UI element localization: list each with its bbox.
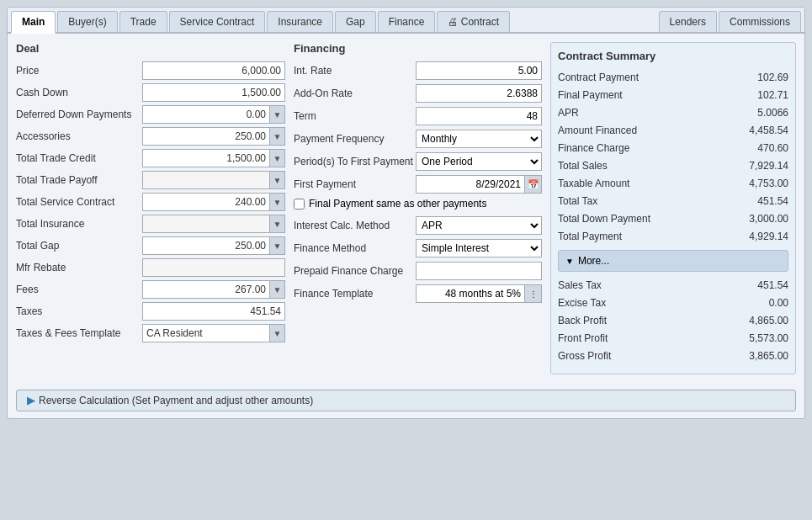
final-payment-checkbox[interactable] bbox=[294, 199, 305, 210]
taxes-fees-input[interactable] bbox=[142, 324, 270, 342]
deal-title: Deal bbox=[16, 42, 285, 55]
summary-value-8: 3,000.00 bbox=[749, 213, 788, 225]
summary-label-7: Total Tax bbox=[558, 195, 597, 207]
deal-field-input-11[interactable] bbox=[142, 302, 285, 321]
financing-panel: Financing Int. Rate Add-On Rate Term bbox=[294, 42, 542, 374]
more-item-row-2: Back Profit4,865.00 bbox=[558, 314, 788, 327]
payment-freq-row: Payment Frequency Monthly Weekly Bi-Week… bbox=[294, 130, 542, 148]
deal-field-input-wrap-4: ▼ bbox=[142, 149, 285, 167]
finance-template-label: Finance Template bbox=[294, 288, 416, 300]
deal-field-icon-3[interactable]: ▼ bbox=[270, 127, 285, 146]
first-payment-input[interactable] bbox=[416, 175, 525, 194]
calendar-icon[interactable]: 📅 bbox=[525, 175, 542, 194]
summary-value-5: 7,929.14 bbox=[749, 160, 788, 172]
prepaid-input-wrap bbox=[416, 262, 542, 280]
deal-field-label-11: Taxes bbox=[16, 305, 142, 317]
deal-field-row-9: Mfr Rebate bbox=[16, 258, 285, 277]
taxes-fees-icon[interactable]: ▼ bbox=[270, 324, 285, 342]
deal-field-icon-7[interactable]: ▼ bbox=[270, 215, 285, 233]
term-input[interactable] bbox=[416, 107, 542, 125]
deal-field-input-3[interactable] bbox=[142, 127, 270, 146]
deal-panel: Deal PriceCash DownDeferred Down Payment… bbox=[16, 42, 285, 374]
deal-field-input-wrap-6: ▼ bbox=[142, 193, 285, 211]
tab-trade[interactable]: Trade bbox=[119, 11, 167, 32]
more-item-value-1: 0.00 bbox=[769, 297, 788, 309]
term-row: Term bbox=[294, 107, 542, 125]
deal-field-icon-5[interactable]: ▼ bbox=[270, 171, 285, 189]
more-item-value-2: 4,865.00 bbox=[749, 315, 788, 326]
more-section[interactable]: ▼ More... bbox=[558, 250, 788, 272]
reverse-btn-label: Reverse Calculation (Set Payment and adj… bbox=[39, 395, 313, 406]
deal-field-input-5[interactable] bbox=[142, 171, 270, 189]
summary-title: Contract Summary bbox=[558, 50, 788, 62]
summary-row-5: Total Sales7,929.14 bbox=[558, 159, 788, 172]
deal-field-input-10[interactable] bbox=[142, 280, 270, 299]
deal-field-input-1[interactable] bbox=[142, 83, 285, 102]
tab-lenders[interactable]: Lenders bbox=[659, 11, 717, 32]
deal-field-icon-4[interactable]: ▼ bbox=[270, 149, 285, 167]
tab-main[interactable]: Main bbox=[11, 11, 56, 34]
deal-field-input-8[interactable] bbox=[142, 236, 270, 255]
deal-field-row-4: Total Trade Credit▼ bbox=[16, 149, 285, 167]
deal-field-icon-10[interactable]: ▼ bbox=[270, 280, 285, 299]
int-rate-input[interactable] bbox=[416, 61, 542, 80]
deal-field-icon-6[interactable]: ▼ bbox=[270, 193, 285, 211]
tab-finance[interactable]: Finance bbox=[378, 11, 436, 32]
interest-calc-label: Interest Calc. Method bbox=[294, 220, 416, 231]
interest-calc-input-wrap: APR Simple Interest bbox=[416, 216, 542, 235]
periods-first-select[interactable]: One Period Two Periods None bbox=[416, 152, 542, 171]
deal-field-input-6[interactable] bbox=[142, 193, 270, 211]
reverse-calc-button[interactable]: ▶ Reverse Calculation (Set Payment and a… bbox=[16, 390, 796, 411]
summary-label-1: Final Payment bbox=[558, 89, 623, 101]
add-on-rate-input[interactable] bbox=[416, 84, 542, 103]
deal-field-input-4[interactable] bbox=[142, 149, 270, 167]
deal-field-row-0: Price bbox=[16, 61, 285, 80]
deal-field-label-10: Fees bbox=[16, 284, 142, 295]
deal-field-input-wrap-11 bbox=[142, 302, 285, 321]
more-item-label-4: Gross Profit bbox=[558, 350, 611, 362]
int-rate-label: Int. Rate bbox=[294, 65, 416, 77]
tab-commissions[interactable]: Commissions bbox=[719, 11, 801, 32]
tab-gap[interactable]: Gap bbox=[335, 11, 376, 32]
deal-field-label-8: Total Gap bbox=[16, 240, 142, 252]
deal-field-input-0[interactable] bbox=[142, 61, 285, 80]
deal-field-input-2[interactable] bbox=[142, 105, 270, 124]
tab-contract[interactable]: 🖨 Contract bbox=[437, 11, 510, 32]
tab-service-contract[interactable]: Service Contract bbox=[169, 11, 266, 32]
more-items: Sales Tax451.54Excise Tax0.00Back Profit… bbox=[558, 279, 788, 363]
summary-value-2: 5.0066 bbox=[757, 107, 788, 119]
finance-template-icon[interactable]: ⋮ bbox=[525, 284, 542, 303]
contract-summary-panel: Contract Summary Contract Payment102.69F… bbox=[550, 42, 796, 374]
deal-field-row-11: Taxes bbox=[16, 302, 285, 321]
finance-method-select[interactable]: Simple Interest Rule of 78s Actuarial bbox=[416, 239, 542, 257]
deal-field-input-wrap-8: ▼ bbox=[142, 236, 285, 255]
tab-insurance[interactable]: Insurance bbox=[267, 11, 333, 32]
prepaid-input[interactable] bbox=[416, 262, 542, 280]
taxes-fees-row: Taxes & Fees Template ▼ bbox=[16, 324, 285, 342]
payment-freq-select[interactable]: Monthly Weekly Bi-Weekly Semi-Monthly bbox=[416, 130, 542, 148]
deal-field-label-6: Total Service Contract bbox=[16, 196, 142, 208]
deal-field-label-5: Total Trade Payoff bbox=[16, 174, 142, 186]
more-item-label-3: Front Profit bbox=[558, 332, 608, 344]
deal-field-input-9[interactable] bbox=[142, 258, 285, 277]
deal-field-label-2: Deferred Down Payments bbox=[16, 109, 142, 120]
tab-buyers[interactable]: Buyer(s) bbox=[57, 11, 117, 32]
deal-field-row-10: Fees▼ bbox=[16, 280, 285, 299]
interest-calc-select[interactable]: APR Simple Interest bbox=[416, 216, 542, 235]
term-label: Term bbox=[294, 110, 416, 122]
first-payment-label: First Payment bbox=[294, 178, 416, 190]
summary-label-8: Total Down Payment bbox=[558, 213, 650, 225]
summary-row-3: Amount Financed4,458.54 bbox=[558, 124, 788, 137]
deal-field-icon-8[interactable]: ▼ bbox=[270, 236, 285, 255]
arrow-icon: ▶ bbox=[27, 395, 34, 406]
deal-field-icon-2[interactable]: ▼ bbox=[270, 105, 285, 124]
deal-field-input-7[interactable] bbox=[142, 215, 270, 233]
more-item-label-2: Back Profit bbox=[558, 315, 607, 326]
deal-field-label-3: Accessories bbox=[16, 130, 142, 142]
summary-value-3: 4,458.54 bbox=[749, 125, 788, 136]
finance-template-input[interactable] bbox=[416, 284, 525, 303]
taxes-fees-label: Taxes & Fees Template bbox=[16, 327, 142, 339]
summary-row-0: Contract Payment102.69 bbox=[558, 71, 788, 84]
deal-field-input-wrap-5: ▼ bbox=[142, 171, 285, 189]
more-item-row-3: Front Profit5,573.00 bbox=[558, 332, 788, 345]
